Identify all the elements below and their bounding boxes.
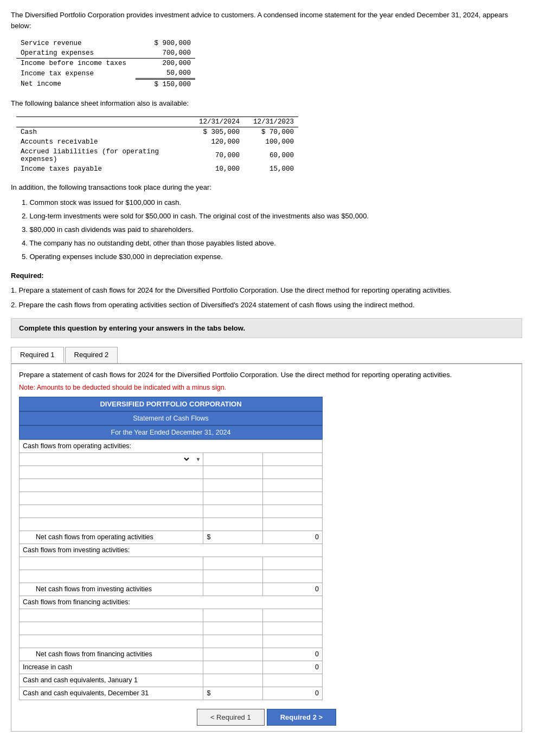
cf-net-financing-row: Net cash flows from financing activities…	[20, 648, 323, 661]
cf-investing-mid-2[interactable]	[203, 570, 263, 583]
income-label: Service revenue	[16, 38, 136, 48]
cf-operating-input-desc-5[interactable]	[23, 507, 191, 515]
cf-operating-input-desc-3[interactable]	[23, 481, 191, 489]
cf-financing-input-desc-3[interactable]	[23, 637, 191, 645]
cf-operating-total-5[interactable]	[263, 505, 323, 518]
cf-financing-desc-2[interactable]	[20, 622, 203, 635]
cf-operating-input-desc-2[interactable]	[23, 468, 191, 476]
cf-jan1-input[interactable]	[266, 676, 319, 684]
cf-operating-desc-3[interactable]	[20, 479, 203, 492]
cf-statement-table: Cash flows from operating activities: ▼	[19, 440, 323, 700]
income-row-operating-expenses: Operating expenses 700,000	[16, 48, 195, 59]
cf-financing-input-total-1[interactable]	[266, 611, 319, 619]
cf-operating-input-mid-2[interactable]	[207, 468, 259, 476]
cf-operating-mid-2[interactable]	[203, 466, 263, 479]
cf-investing-input-total-2[interactable]	[266, 572, 319, 580]
cf-investing-desc-1[interactable]	[20, 557, 203, 570]
cf-increase-empty	[203, 661, 263, 674]
next-button[interactable]: Required 2 >	[267, 709, 336, 726]
balance-v2: 15,000	[244, 164, 298, 174]
cf-financing-input-total-3[interactable]	[266, 637, 319, 645]
cf-financing-input-total-2[interactable]	[266, 624, 319, 632]
balance-row-ar: Accounts receivable 120,000 100,000	[16, 137, 298, 147]
cf-operating-row-2	[20, 466, 323, 479]
cf-financing-total-2[interactable]	[263, 622, 323, 635]
cf-investing-mid-1[interactable]	[203, 557, 263, 570]
balance-col-2024: 12/31/2024	[190, 117, 244, 127]
cf-investing-desc-2[interactable]	[20, 570, 203, 583]
cf-financing-row-1	[20, 609, 323, 622]
cf-operating-mid-6[interactable]	[203, 518, 263, 531]
balance-v2: 100,000	[244, 137, 298, 147]
cf-operating-total-4[interactable]	[263, 492, 323, 505]
cf-financing-input-mid-3[interactable]	[207, 637, 259, 645]
cf-operating-input-total-2[interactable]	[266, 468, 319, 476]
cf-operating-input-total-6[interactable]	[266, 520, 319, 528]
cf-operating-total-6[interactable]	[263, 518, 323, 531]
cf-dec31-symbol: $	[203, 687, 263, 700]
cf-operating-mid-5[interactable]	[203, 505, 263, 518]
income-row-tax-expense: Income tax expense 50,000	[16, 68, 195, 79]
cf-operating-input-total-4[interactable]	[266, 494, 319, 502]
cf-operating-desc-5[interactable]	[20, 505, 203, 518]
cf-financing-input-desc-2[interactable]	[23, 624, 191, 632]
cf-financing-mid-1[interactable]	[203, 609, 263, 622]
cf-operating-total-3[interactable]	[263, 479, 323, 492]
cf-financing-label-row: Cash flows from financing activities:	[20, 596, 323, 609]
cf-financing-mid-3[interactable]	[203, 635, 263, 648]
cf-operating-desc-4[interactable]	[20, 492, 203, 505]
cf-investing-input-mid-2[interactable]	[207, 572, 259, 580]
transaction-5: 5. Operating expenses include $30,000 in…	[22, 251, 522, 263]
cf-operating-desc-1[interactable]: ▼	[20, 453, 203, 466]
cf-financing-total-1[interactable]	[263, 609, 323, 622]
cf-investing-total-1[interactable]	[263, 557, 323, 570]
cf-investing-input-desc-2[interactable]	[23, 572, 191, 580]
cf-investing-input-total-1[interactable]	[266, 559, 319, 567]
balance-col-2023: 12/31/2023	[244, 117, 298, 127]
income-row-income-before-tax: Income before income taxes 200,000	[16, 59, 195, 69]
prev-button[interactable]: < Required 1	[197, 709, 265, 726]
tab-1-content: Prepare a statement of cash flows for 20…	[11, 364, 522, 732]
cf-operating-mid-4[interactable]	[203, 492, 263, 505]
cf-operating-total-2[interactable]	[263, 466, 323, 479]
cf-operating-select-1[interactable]	[23, 455, 191, 463]
cf-investing-total-2[interactable]	[263, 570, 323, 583]
tab-required-2[interactable]: Required 2	[65, 347, 118, 363]
cf-operating-total-1[interactable]	[263, 453, 323, 466]
cf-operating-label-row: Cash flows from operating activities:	[20, 440, 323, 453]
cf-financing-desc-3[interactable]	[20, 635, 203, 648]
cf-operating-input-total-5[interactable]	[266, 507, 319, 515]
cf-table-wrapper: DIVERSIFIED PORTFOLIO CORPORATION Statem…	[19, 397, 323, 700]
cf-operating-input-mid-6[interactable]	[207, 520, 259, 528]
cf-operating-input-desc-4[interactable]	[23, 494, 191, 502]
cf-financing-desc-1[interactable]	[20, 609, 203, 622]
cf-financing-mid-2[interactable]	[203, 622, 263, 635]
cf-financing-input-mid-2[interactable]	[207, 624, 259, 632]
cf-increase-value: 0	[263, 661, 323, 674]
cf-operating-input-total-3[interactable]	[266, 481, 319, 489]
cf-operating-input-mid-3[interactable]	[207, 481, 259, 489]
balance-label: Income taxes payable	[16, 164, 190, 174]
tab1-note: Note: Amounts to be deducted should be i…	[19, 384, 514, 391]
tab-required-1[interactable]: Required 1	[11, 347, 64, 363]
bottom-nav: < Required 1 Required 2 >	[19, 709, 514, 726]
cf-operating-input-desc-6[interactable]	[23, 520, 191, 528]
cf-financing-total-3[interactable]	[263, 635, 323, 648]
cf-operating-desc-6[interactable]	[20, 518, 203, 531]
cf-jan1-value[interactable]	[263, 674, 323, 687]
cf-financing-row-2	[20, 622, 323, 635]
cf-investing-input-desc-1[interactable]	[23, 559, 191, 567]
cf-operating-input-mid-5[interactable]	[207, 507, 259, 515]
cf-operating-input-mid-4[interactable]	[207, 494, 259, 502]
cf-operating-input-mid-1[interactable]	[207, 455, 259, 463]
balance-label: Accounts receivable	[16, 137, 190, 147]
required-label: Required:	[11, 270, 522, 282]
cf-financing-input-desc-1[interactable]	[23, 611, 191, 619]
cf-operating-mid-1[interactable]	[203, 453, 263, 466]
cf-operating-desc-2[interactable]	[20, 466, 203, 479]
cf-financing-input-mid-1[interactable]	[207, 611, 259, 619]
cf-investing-input-mid-1[interactable]	[207, 559, 259, 567]
income-value: 50,000	[136, 68, 195, 79]
cf-operating-mid-3[interactable]	[203, 479, 263, 492]
cf-operating-input-total-1[interactable]	[266, 455, 319, 463]
